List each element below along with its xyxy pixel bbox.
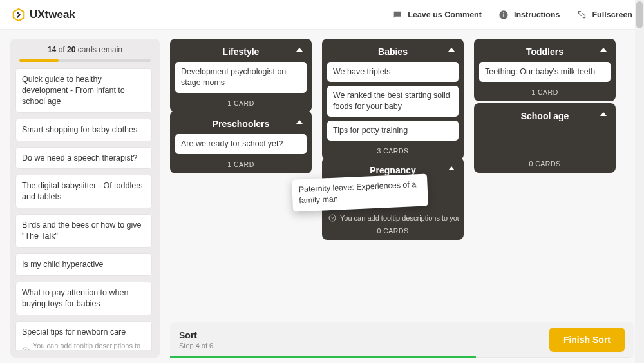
footer-step: Step 4 of 6	[179, 342, 213, 349]
category-card[interactable]: We ranked the best starting solid foods …	[327, 86, 459, 117]
category-babies[interactable]: Babies We have triplets We ranked the be…	[322, 39, 464, 160]
category-header: Toddlers	[479, 44, 611, 62]
deck-card[interactable]: What to pay attention to when buying toy…	[15, 282, 152, 315]
category-card[interactable]: Are we ready for school yet?	[175, 134, 307, 154]
fullscreen-label: Fullscreen	[592, 10, 632, 19]
svg-text:?: ?	[331, 216, 334, 221]
logo-text: UXtweak	[30, 8, 75, 21]
logo-icon	[12, 8, 26, 22]
deck-card[interactable]: Special tips for newborn care ? You can …	[15, 321, 152, 351]
collapse-icon[interactable]	[600, 48, 607, 52]
fullscreen-icon	[576, 10, 587, 20]
collapse-icon[interactable]	[296, 48, 303, 52]
card-tooltip-hint: ? You can add tooltip descriptions to yo…	[22, 341, 146, 350]
deck-progress-fill	[19, 59, 59, 62]
deck-card[interactable]: Birds and the bees or how to give "The T…	[15, 214, 152, 248]
leave-comment-label: Leave us Comment	[408, 10, 482, 19]
collapse-icon[interactable]	[296, 120, 303, 124]
category-school-age[interactable]: School age 0 CARDS	[474, 103, 616, 173]
category-header: Babies	[327, 44, 459, 62]
info-icon	[498, 10, 509, 20]
deck-card[interactable]: Quick guide to healthy development - Fro…	[15, 68, 152, 113]
leave-comment-button[interactable]: Leave us Comment	[392, 10, 482, 20]
footer-bar: Sort Step 4 of 6 Finish Sort	[170, 322, 634, 358]
deck-progress	[19, 59, 151, 62]
footer-progress-fill	[170, 356, 476, 358]
collapse-icon[interactable]	[600, 112, 607, 116]
collapse-icon[interactable]	[448, 48, 455, 52]
board[interactable]: Lifestyle Development psychologist on st…	[170, 39, 634, 318]
category-lifestyle[interactable]: Lifestyle Development psychologist on st…	[170, 39, 312, 112]
category-card[interactable]: Development psychologist on stage moms	[175, 62, 307, 93]
topbar: UXtweak Leave us Comment Instructions Fu…	[0, 0, 644, 30]
deck-card[interactable]: Smart shopping for baby clothes	[15, 119, 152, 141]
category-dropzone[interactable]	[479, 126, 611, 157]
footer-title: Sort	[179, 330, 213, 340]
collapse-icon[interactable]	[448, 166, 455, 170]
finish-sort-button[interactable]: Finish Sort	[549, 328, 625, 352]
deck-card[interactable]: Is my child hyperactive	[15, 253, 152, 276]
window-scrollbar[interactable]	[635, 0, 644, 363]
top-actions: Leave us Comment Instructions Fullscreen	[392, 10, 632, 20]
comment-icon	[392, 10, 402, 20]
category-card[interactable]: Teething: Our baby's milk teeth	[479, 62, 611, 82]
category-count: 1 CARD	[479, 86, 611, 97]
category-toddlers[interactable]: Toddlers Teething: Our baby's milk teeth…	[474, 39, 616, 101]
category-preschoolers[interactable]: Preschoolers Are we ready for school yet…	[170, 111, 312, 173]
sidebar: 14 of 20 cards remain Quick guide to hea…	[10, 39, 160, 358]
svg-rect-3	[503, 12, 504, 13]
category-count: 1 CARD	[175, 158, 307, 170]
category-card[interactable]: Tips for potty training	[327, 121, 459, 141]
deck-card[interactable]: Do we need a speech therapist?	[15, 147, 152, 170]
footer-progress	[170, 356, 634, 358]
category-count: 0 CARDS	[327, 224, 459, 236]
category-tooltip-hint: ? You can add tooltip descriptions to yo…	[327, 211, 459, 224]
category-header: Lifestyle	[175, 44, 307, 62]
help-icon: ?	[22, 347, 30, 350]
category-count: 1 CARD	[175, 97, 307, 108]
logo: UXtweak	[12, 8, 75, 22]
category-header: Preschoolers	[175, 116, 307, 134]
help-icon: ?	[328, 214, 336, 222]
category-count: 3 CARDS	[327, 144, 459, 156]
card-deck: Quick guide to healthy development - Fro…	[15, 68, 155, 350]
svg-text:?: ?	[24, 349, 27, 350]
deck-counter: 14 of 20 cards remain	[15, 45, 155, 54]
dragging-card[interactable]: Paternity leave: Experiences of a family…	[292, 173, 428, 211]
deck-card[interactable]: The digital babysitter - Of toddlers and…	[15, 175, 152, 208]
category-count: 0 CARDS	[479, 157, 611, 169]
category-card[interactable]: We have triplets	[327, 62, 459, 82]
category-header: School age	[479, 108, 611, 126]
svg-marker-0	[14, 8, 24, 20]
scrollbar-thumb[interactable]	[636, 1, 643, 28]
fullscreen-button[interactable]: Fullscreen	[576, 10, 632, 20]
svg-rect-2	[503, 14, 504, 17]
instructions-button[interactable]: Instructions	[498, 10, 560, 20]
instructions-label: Instructions	[514, 10, 560, 19]
workspace: 14 of 20 cards remain Quick guide to hea…	[0, 30, 644, 363]
